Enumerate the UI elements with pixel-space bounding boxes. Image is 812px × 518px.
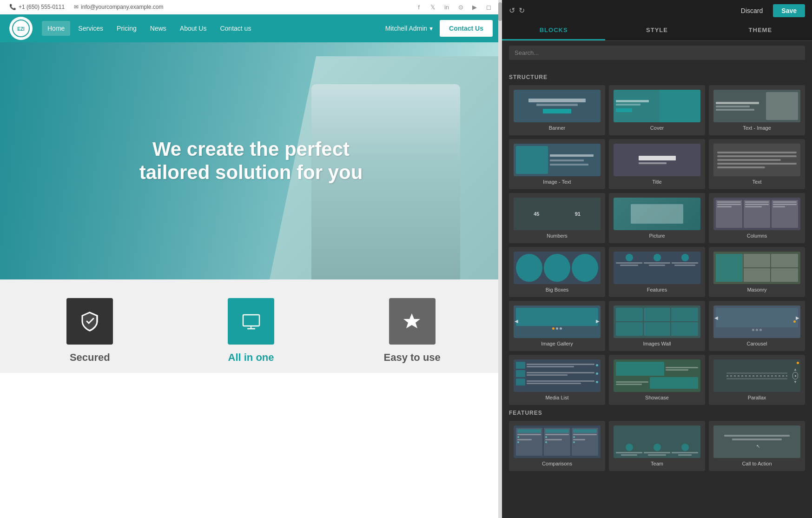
structure-section-label: Structure: [509, 74, 805, 80]
svg-marker-5: [403, 313, 420, 328]
block-columns-thumb: [713, 198, 800, 230]
tab-theme[interactable]: THEME: [709, 21, 812, 40]
block-masonry-label: Masonry: [747, 287, 766, 292]
preview-scroll-thumb[interactable]: [498, 2, 502, 21]
block-picture[interactable]: Picture: [609, 193, 705, 243]
search-input[interactable]: [509, 46, 805, 60]
nav-links: Home Services Pricing News About Us Cont…: [42, 21, 385, 36]
top-bar: 📞 +1 (650) 555-0111 ✉ info@yourcompany.e…: [0, 0, 502, 14]
block-title-thumb: [614, 144, 700, 176]
block-picture-thumb: [614, 198, 700, 230]
feature-secured: Secured: [9, 298, 171, 364]
block-title[interactable]: Title: [609, 139, 705, 189]
instagram-icon[interactable]: ◻: [484, 3, 493, 11]
block-title-label: Title: [652, 179, 661, 185]
block-text-thumb: [713, 144, 800, 176]
linkedin-icon[interactable]: in: [442, 3, 451, 11]
tab-style[interactable]: STYLE: [605, 21, 708, 40]
block-image-text[interactable]: Image - Text: [509, 139, 605, 189]
feature-allinone: All in one: [171, 298, 332, 364]
top-bar-social: f 𝕏 in ⊙ ▶ ◻: [415, 3, 493, 11]
nav-admin[interactable]: Mitchell Admin ▾: [385, 25, 433, 32]
block-parallax[interactable]: ▲ ▼ Parallax: [709, 355, 805, 405]
block-carousel-thumb: ◀ ▶: [713, 305, 800, 338]
nav-cta-button[interactable]: Contact Us: [440, 20, 493, 37]
youtube-icon[interactable]: ▶: [470, 3, 479, 11]
save-button[interactable]: Save: [773, 4, 805, 17]
panel-content[interactable]: Structure Banner: [502, 65, 812, 518]
block-team-thumb: [614, 425, 700, 458]
allinone-label: All in one: [228, 352, 274, 363]
block-image-gallery[interactable]: ◀ ▶ Image Gallery: [509, 301, 605, 351]
hero-headline: We create the perfect tailored solution …: [139, 138, 363, 185]
block-imageswall-thumb: [614, 305, 700, 338]
hero-section: We create the perfect tailored solution …: [0, 42, 502, 279]
easytouse-icon-box: [389, 298, 436, 345]
hero-text: We create the perfect tailored solution …: [139, 138, 363, 185]
block-text-image[interactable]: Text - Image: [709, 85, 805, 135]
github-icon[interactable]: ⊙: [456, 3, 465, 11]
preview-scrollbar[interactable]: [498, 0, 502, 518]
undo-icon[interactable]: ↺: [509, 6, 515, 15]
block-media-list-label: Media List: [545, 395, 568, 400]
block-comparisons-label: Comparisons: [542, 461, 572, 466]
block-cover[interactable]: Cover: [609, 85, 705, 135]
block-text-image-thumb: [713, 90, 800, 122]
panel-header: ↺ ↻ Discard Save: [502, 0, 812, 21]
block-carousel[interactable]: ◀ ▶ Carousel: [709, 301, 805, 351]
block-text[interactable]: Text: [709, 139, 805, 189]
nav-link-pricing[interactable]: Pricing: [111, 21, 142, 36]
block-picture-label: Picture: [649, 233, 665, 239]
block-bigboxes-label: Big Boxes: [546, 287, 569, 292]
block-bigboxes-thumb: [514, 252, 601, 284]
block-showcase-thumb: [614, 359, 700, 392]
structure-blocks-grid: Banner Cover: [509, 85, 805, 405]
block-features[interactable]: Features: [609, 247, 705, 297]
discard-button[interactable]: Discard: [735, 4, 768, 17]
facebook-icon[interactable]: f: [415, 3, 423, 11]
block-medialist-thumb: [514, 359, 601, 392]
block-banner[interactable]: Banner: [509, 85, 605, 135]
block-masonry-thumb: [713, 252, 800, 284]
block-cover-label: Cover: [650, 125, 664, 131]
features-section: Secured All in one Easy to use: [0, 279, 502, 373]
nav-link-home[interactable]: Home: [42, 21, 70, 36]
block-showcase[interactable]: Showcase: [609, 355, 705, 405]
top-bar-contact: 📞 +1 (650) 555-0111 ✉ info@yourcompany.e…: [9, 4, 405, 10]
twitter-icon[interactable]: 𝕏: [429, 3, 437, 11]
block-call-to-action[interactable]: ↖ Call to Action: [709, 421, 805, 471]
block-team[interactable]: Team: [609, 421, 705, 471]
nav-right: Mitchell Admin ▾ Contact Us: [385, 20, 493, 37]
block-cta-thumb: ↖: [713, 425, 800, 458]
block-numbers[interactable]: 45 91 Numbers: [509, 193, 605, 243]
block-columns-label: Columns: [747, 233, 767, 239]
features-section-label: Features: [509, 410, 805, 416]
nav-link-contactus[interactable]: Contact us: [214, 21, 257, 36]
block-text-image-label: Text - Image: [743, 125, 771, 131]
block-numbers-label: Numbers: [547, 233, 568, 239]
block-gallery-thumb: ◀ ▶: [514, 305, 601, 338]
block-team-label: Team: [651, 461, 663, 466]
admin-chevron-icon: ▾: [429, 25, 433, 32]
block-text-label: Text: [752, 179, 761, 185]
nav-link-news[interactable]: News: [145, 21, 172, 36]
tab-blocks[interactable]: BLOCKS: [502, 21, 605, 40]
block-banner-label: Banner: [549, 125, 565, 131]
block-columns[interactable]: Columns: [709, 193, 805, 243]
easytouse-label: Easy to use: [384, 352, 441, 363]
redo-icon[interactable]: ↻: [519, 6, 525, 15]
block-masonry[interactable]: Masonry: [709, 247, 805, 297]
nav-link-aboutus[interactable]: About Us: [174, 21, 212, 36]
block-media-list[interactable]: Media List: [509, 355, 605, 405]
block-images-wall[interactable]: Images Wall: [609, 301, 705, 351]
phone-icon: 📞: [9, 4, 16, 10]
block-banner-thumb: [514, 90, 601, 122]
block-cover-thumb: [614, 90, 700, 122]
nav-link-services[interactable]: Services: [73, 21, 109, 36]
panel-header-actions: Discard Save: [735, 4, 805, 17]
block-comparisons[interactable]: Comparisons: [509, 421, 605, 471]
block-parallax-label: Parallax: [748, 395, 766, 400]
block-bigboxes[interactable]: Big Boxes: [509, 247, 605, 297]
block-image-text-label: Image - Text: [543, 179, 571, 185]
block-call-to-action-label: Call to Action: [742, 461, 772, 466]
